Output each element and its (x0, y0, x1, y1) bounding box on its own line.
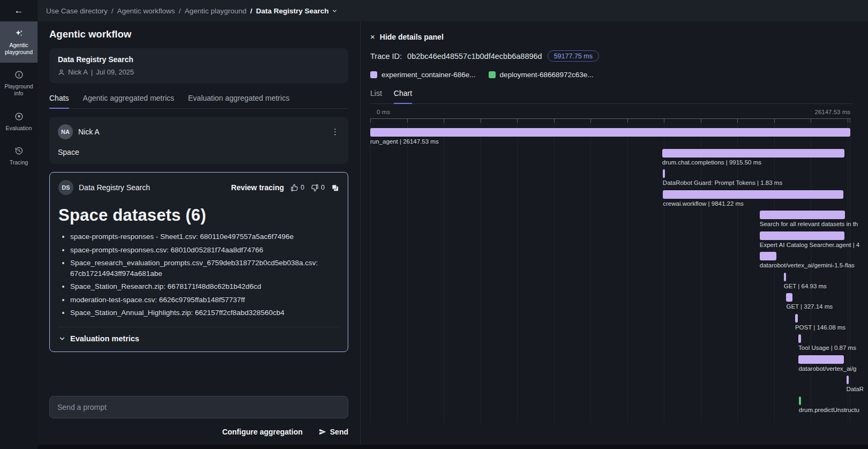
tab-chats[interactable]: Chats (49, 94, 69, 109)
trace-span-label: crewai.workflow | 9841.22 ms (663, 200, 744, 207)
trace-span-bar[interactable] (798, 355, 843, 364)
axis-tick (481, 119, 481, 123)
trace-span-bar[interactable] (798, 334, 801, 343)
divider (58, 327, 339, 327)
details-tab-chart[interactable]: Chart (394, 89, 412, 104)
chart-axis: 0 ms 26147.53 ms (370, 109, 850, 117)
breadcrumb-use-case-directory[interactable]: Use Case directory (46, 7, 108, 15)
breadcrumb-separator: / (111, 7, 114, 15)
trace-span-bar[interactable] (847, 376, 849, 384)
dataset-item: space-prompts-responses - Sheet1.csv: 68… (70, 231, 339, 242)
tab-evaluation-aggregated-metrics[interactable]: Evaluation aggregated metrics (188, 94, 289, 109)
details-tabs: ListChart (370, 89, 853, 104)
trace-span-bar[interactable] (795, 314, 798, 323)
trace-span-bar[interactable] (663, 169, 665, 178)
prompt-input[interactable] (49, 396, 348, 418)
kebab-menu-icon[interactable]: ⋮ (331, 127, 340, 137)
trace-span-label: Search for all relevant datasets in th (760, 221, 858, 227)
sidebar: Agentic playgroundPlayground infoEvaluat… (0, 21, 38, 449)
trace-span-bar[interactable] (784, 273, 787, 281)
main-footer: Configure aggregation Send (49, 418, 348, 445)
trace-legend: experiment_container-686e...deployment-6… (370, 71, 868, 79)
trace-span-row: GET | 64.93 ms (370, 273, 850, 294)
trace-span-row: DataR (370, 376, 850, 396)
axis-tick (811, 119, 811, 123)
axis-tick (737, 119, 738, 123)
paper-plane-icon (319, 428, 326, 436)
trace-span-row: run_agent | 26147.53 ms (370, 128, 850, 149)
dataset-item: Space_Station_Annual_Highlights.zip: 662… (70, 308, 339, 318)
copy-icon (331, 184, 339, 192)
configure-aggregation-button[interactable]: Configure aggregation (222, 428, 303, 436)
tab-agentic-aggregated-metrics[interactable]: Agentic aggregated metrics (83, 94, 174, 109)
trace-span-row: POST | 146.08 ms (370, 314, 850, 335)
prompt-box (49, 396, 348, 418)
chevron-down-icon (58, 335, 66, 342)
meta-separator: | (91, 68, 93, 76)
axis-tick (370, 119, 371, 123)
workflow-card: Data Registry Search Nick A | Jul 09, 20… (49, 48, 348, 83)
trace-span-bar[interactable] (760, 211, 845, 219)
evaluation-metrics-toggle[interactable]: Evaluation metrics (58, 334, 339, 343)
response-card: DS Data Registry Search Review tracing 0… (49, 172, 348, 352)
axis-tick (848, 119, 848, 123)
trace-id-label: Trace ID: (370, 52, 402, 61)
trace-span-bar[interactable] (760, 252, 777, 260)
hide-details-button[interactable]: × Hide details panel (370, 32, 868, 41)
copy-button[interactable] (331, 184, 339, 192)
trace-span-bar[interactable] (662, 149, 844, 158)
thumbs-down-button[interactable]: 0 (311, 184, 325, 192)
trace-span-bar[interactable] (799, 396, 802, 405)
thumbs-up-icon (290, 184, 298, 192)
arrow-left-icon: ← (14, 5, 24, 16)
trace-gantt-chart: 0 ms 26147.53 ms run_agent | 26147.53 ms… (370, 109, 863, 423)
main-tabs: ChatsAgentic aggregated metricsEvaluatio… (49, 94, 348, 109)
sidebar-item-label: Agentic playground (2, 42, 36, 56)
trace-span-label: Tool Usage | 0.87 ms (798, 345, 856, 351)
sidebar-item-label: Playground info (2, 83, 36, 97)
trace-span-row: datarobot/vertex_ai/g (370, 355, 850, 376)
trace-span-bar[interactable] (786, 293, 792, 302)
back-button[interactable]: ← (0, 0, 38, 21)
sidebar-item-agentic-playground[interactable]: Agentic playground (0, 21, 38, 63)
axis-tick (701, 119, 701, 123)
legend-label: deployment-68668972c63e... (500, 71, 594, 79)
trace-id-row: Trace ID: 0b2bc46ed48557c1b0df4ecbb6a889… (370, 50, 868, 62)
trace-span-bar[interactable] (370, 128, 850, 137)
details-panel: × Hide details panel Trace ID: 0b2bc46ed… (360, 21, 868, 445)
thumbs-down-count: 0 (321, 184, 325, 191)
workflow-author: Nick A (68, 68, 88, 76)
breadcrumb-separator: / (179, 7, 181, 15)
breadcrumb-current[interactable]: Data Registry Search (256, 7, 338, 15)
trace-span-bar[interactable] (760, 231, 844, 240)
axis-tick (664, 119, 664, 123)
breadcrumb-agentic-workflows[interactable]: Agentic workflows (117, 7, 175, 15)
trace-span-row: Expert AI Catalog Searcher.agent | 4 (370, 231, 850, 252)
sidebar-item-playground-info[interactable]: Playground info (0, 63, 38, 104)
review-tracing-link[interactable]: Review tracing (231, 183, 284, 192)
breadcrumb-agentic-playground[interactable]: Agentic playground (184, 7, 246, 15)
trace-span-row: DataRobot Guard: Prompt Tokens | 1.83 ms (370, 169, 850, 190)
trace-span-row: GET | 327.14 ms (370, 293, 850, 314)
sidebar-item-tracing[interactable]: Tracing (0, 139, 38, 173)
message-text: Space (58, 148, 340, 156)
trace-duration-badge: 59177.75 ms (548, 50, 599, 62)
trace-span-row: drum.chat.completions | 9915.50 ms (370, 149, 850, 170)
axis-tick (517, 119, 518, 123)
axis-tick (554, 119, 555, 123)
sidebar-item-evaluation[interactable]: Evaluation (0, 104, 38, 139)
sidebar-item-label: Evaluation (5, 125, 32, 132)
trace-span-label: DataR (847, 386, 863, 392)
main-panel: Agentic workflow Data Registry Search Ni… (38, 21, 360, 445)
response-author: Data Registry Search (79, 183, 150, 192)
axis-start-label: 0 ms (377, 109, 390, 115)
dataset-item: moderation-test-space.csv: 6626c9795ffab… (70, 295, 339, 305)
details-tab-list[interactable]: List (370, 89, 382, 104)
thumbs-up-button[interactable]: 0 (290, 184, 304, 192)
trace-span-bar[interactable] (663, 190, 843, 199)
legend-item: deployment-68668972c63e... (489, 71, 594, 79)
send-button[interactable]: Send (319, 428, 348, 436)
response-heading: Space datasets (6) (58, 206, 339, 225)
trace-span-label: drum.predictUnstructu (799, 407, 859, 413)
trace-span-row: Tool Usage | 0.87 ms (370, 334, 850, 355)
